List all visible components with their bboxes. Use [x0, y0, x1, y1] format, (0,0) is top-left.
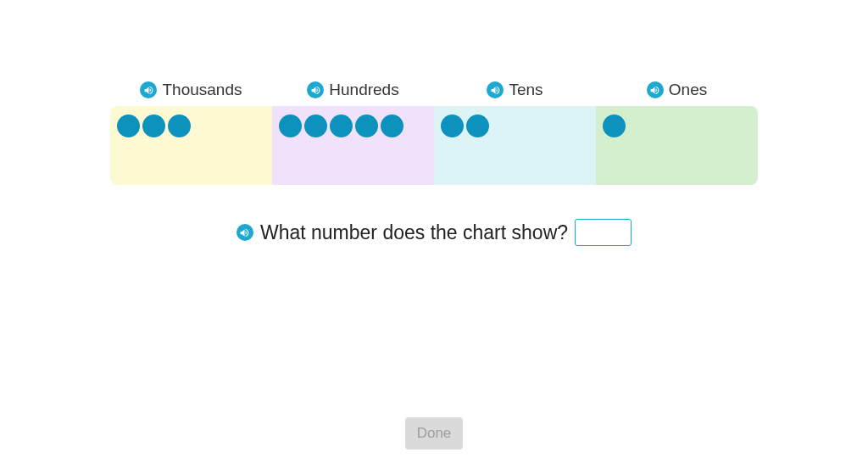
question-text: What number does the chart show? [260, 221, 568, 244]
place-value-chart-container: Thousands Hundreds Tens Ones [110, 81, 758, 185]
audio-icon[interactable] [647, 81, 664, 98]
cell-hundreds [272, 106, 434, 185]
dot-icon [168, 115, 191, 137]
dot-icon [330, 115, 353, 137]
question-row: What number does the chart show? [0, 219, 868, 246]
audio-icon[interactable] [140, 81, 157, 98]
audio-icon[interactable] [236, 224, 253, 241]
cell-ones [596, 106, 758, 185]
header-hundreds: Hundreds [272, 81, 434, 99]
dot-icon [466, 115, 489, 137]
header-label: Ones [669, 81, 707, 99]
done-button[interactable]: Done [405, 417, 463, 450]
header-thousands: Thousands [110, 81, 272, 99]
header-tens: Tens [434, 81, 596, 99]
header-label: Hundreds [329, 81, 398, 99]
dot-icon [603, 115, 626, 137]
answer-input[interactable] [575, 219, 632, 246]
header-label: Tens [509, 81, 542, 99]
chart-headers: Thousands Hundreds Tens Ones [110, 81, 758, 99]
chart-body [110, 106, 758, 185]
audio-icon[interactable] [307, 81, 324, 98]
dot-icon [381, 115, 403, 137]
header-ones: Ones [596, 81, 758, 99]
cell-tens [434, 106, 596, 185]
dot-icon [441, 115, 464, 137]
dot-icon [117, 115, 140, 137]
dot-icon [279, 115, 302, 137]
dot-icon [355, 115, 378, 137]
dot-icon [142, 115, 165, 137]
audio-icon[interactable] [487, 81, 504, 98]
dot-icon [304, 115, 327, 137]
header-label: Thousands [162, 81, 242, 99]
cell-thousands [110, 106, 272, 185]
